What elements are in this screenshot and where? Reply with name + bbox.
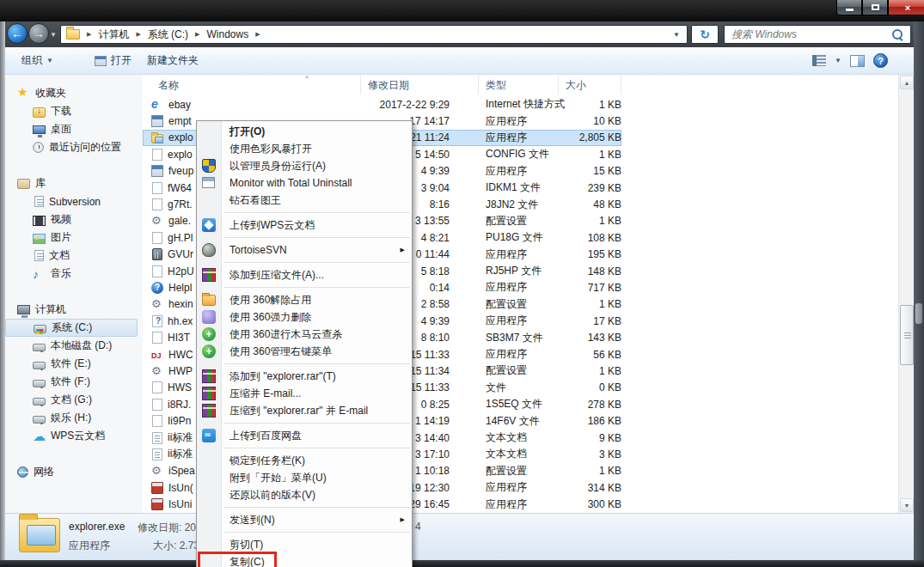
menu-item-label: 压缩到 "explorer.rar" 并 E-mail: [229, 404, 368, 418]
internet-explorer-icon: [151, 99, 163, 111]
sidebar-item[interactable]: 音乐: [5, 265, 143, 283]
menu-item[interactable]: 剪切(T): [197, 536, 412, 553]
frame-handle: [915, 303, 922, 324]
menu-item[interactable]: 使用 360解除占用: [197, 291, 412, 308]
text-icon: [152, 432, 162, 444]
command-bar: 组织 ▼ 打开 新建文件夹 ▼ ?: [0, 47, 914, 75]
history-dropdown-icon[interactable]: ▼: [50, 31, 57, 39]
menu-item[interactable]: 附到「开始」菜单(U): [197, 469, 412, 486]
views-dropdown-icon[interactable]: ▼: [835, 57, 841, 64]
menu-item[interactable]: 压缩并 E-mail...: [197, 385, 412, 402]
menu-item[interactable]: 添加到 "explorer.rar"(T): [197, 368, 412, 385]
search-icon[interactable]: [891, 28, 903, 40]
refresh-button[interactable]: ↻: [691, 25, 719, 44]
menu-item[interactable]: TortoiseSVN▶: [197, 241, 412, 259]
frame-bottom: [0, 560, 924, 567]
menu-item[interactable]: 添加到压缩文件(A)...: [197, 266, 412, 284]
help-icon[interactable]: ?: [873, 53, 888, 68]
sidebar-item[interactable]: Subversion: [5, 192, 143, 210]
scroll-up-icon[interactable]: ▲: [900, 76, 914, 89]
column-header-type[interactable]: 类型: [479, 76, 559, 94]
sidebar-item[interactable]: 文档: [5, 247, 143, 265]
menu-item[interactable]: 以管理员身份运行(A): [197, 157, 412, 174]
back-button[interactable]: ←: [7, 23, 28, 44]
file-name: Helpl: [168, 282, 192, 294]
sidebar-section-favorites[interactable]: 收藏夹: [5, 83, 143, 102]
sidebar-section-label: 库: [35, 176, 46, 191]
menu-item-annotated[interactable]: 复制(C): [197, 553, 412, 567]
file-size: 2,805 KB: [572, 131, 621, 143]
open-button[interactable]: 打开: [87, 49, 139, 72]
address-bar[interactable]: ▶ 计算机▶系统 (C:)▶Windows▶ ▼: [60, 25, 688, 44]
details-date-tail: 4: [415, 521, 421, 533]
360-folder-icon: [202, 295, 216, 306]
sidebar-item[interactable]: 娱乐 (H:): [5, 409, 143, 427]
details-date: 修改日期: 201: [138, 521, 202, 535]
file-size: 186 KB: [572, 415, 621, 427]
sidebar-section-network[interactable]: 网络: [5, 462, 143, 481]
menu-item-label: 钻石看图王: [229, 193, 281, 208]
menu-item[interactable]: 锁定到任务栏(K): [197, 452, 412, 469]
menu-item[interactable]: 还原以前的版本(V): [197, 486, 412, 503]
menu-item-label: 附到「开始」菜单(U): [229, 471, 327, 485]
menu-item[interactable]: 使用 360管理右键菜单: [197, 343, 412, 360]
address-dropdown-icon[interactable]: ▼: [670, 31, 683, 39]
file-name-cell: ebay: [143, 99, 361, 111]
file-size: 1 KB: [572, 149, 621, 161]
menu-item[interactable]: 使用色彩风暴打开: [197, 140, 412, 157]
file-type: IDKM1 文件: [450, 180, 572, 195]
sidebar-item[interactable]: 最近访问的位置: [5, 138, 143, 156]
menu-item[interactable]: 打开(O): [197, 123, 412, 140]
sidebar-section-computer[interactable]: 计算机: [5, 300, 143, 319]
scroll-down-icon[interactable]: ▼: [900, 498, 914, 512]
sidebar-item[interactable]: 软件 (F:): [5, 373, 143, 391]
column-header-size[interactable]: 大小: [559, 76, 621, 94]
breadcrumb-item[interactable]: 系统 (C:): [143, 26, 193, 44]
sidebar-item-label: 软件 (F:): [51, 375, 90, 389]
title-bar[interactable]: [0, 0, 924, 21]
menu-item[interactable]: 上传到百度网盘: [197, 427, 412, 444]
maximize-button[interactable]: [862, 0, 888, 15]
menu-item[interactable]: 使用 360进行木马云查杀: [197, 326, 412, 343]
file-type: 配置设置: [450, 297, 572, 312]
vertical-scrollbar[interactable]: ▲ ▼: [898, 75, 914, 513]
menu-item[interactable]: 钻石看图王: [197, 192, 412, 209]
sidebar-item[interactable]: WPS云文档: [5, 427, 143, 445]
submenu-arrow-icon: ▶: [401, 247, 405, 253]
sidebar-item[interactable]: 软件 (E:): [5, 355, 143, 373]
close-button[interactable]: ×: [888, 0, 924, 15]
menu-item[interactable]: Monitor with Total Uninstall: [197, 174, 412, 192]
search-input[interactable]: 搜索 Windows: [724, 25, 911, 44]
sidebar-item[interactable]: 下载: [5, 102, 143, 120]
sidebar-item[interactable]: 视频: [5, 210, 143, 229]
organize-button[interactable]: 组织 ▼: [14, 49, 61, 72]
sidebar-item[interactable]: 系统 (C:): [5, 319, 138, 337]
menu-item[interactable]: 使用 360强力删除: [197, 308, 412, 326]
sidebar-item[interactable]: 本地磁盘 (D:): [5, 337, 143, 355]
forward-button[interactable]: →: [28, 23, 49, 44]
minimize-button[interactable]: [836, 0, 862, 15]
scrollbar-thumb[interactable]: [900, 305, 914, 365]
menu-item[interactable]: 上传到WPS云文档: [197, 216, 412, 234]
sidebar-section-libraries[interactable]: 库: [5, 174, 143, 192]
file-name: HWS: [168, 381, 192, 393]
sidebar-item[interactable]: 图片: [5, 229, 143, 247]
cloud-icon: [33, 430, 46, 442]
change-view-icon[interactable]: [812, 55, 826, 66]
menu-item[interactable]: 发送到(N)▶: [197, 511, 412, 528]
file-type: RJ5HP 文件: [450, 264, 572, 278]
column-header-date[interactable]: 修改日期: [361, 76, 479, 94]
file-type: SB3M7 文件: [450, 331, 572, 345]
preview-pane-icon[interactable]: [850, 55, 865, 67]
table-row[interactable]: ebay2017-2-22 9:29Internet 快捷方式1 KB: [143, 96, 898, 113]
dj-icon: [151, 349, 163, 361]
menu-separator: [224, 287, 410, 288]
menu-item-label: 以管理员身份运行(A): [229, 159, 326, 174]
sidebar-item[interactable]: 桌面: [5, 120, 143, 138]
new-folder-button[interactable]: 新建文件夹: [139, 49, 206, 72]
column-header-name[interactable]: 名称: [143, 76, 361, 94]
sidebar-item[interactable]: 文档 (G:): [5, 391, 143, 409]
breadcrumb-item[interactable]: 计算机: [93, 26, 134, 44]
breadcrumb-item[interactable]: Windows: [202, 27, 254, 42]
menu-item[interactable]: 压缩到 "explorer.rar" 并 E-mail: [197, 402, 412, 419]
